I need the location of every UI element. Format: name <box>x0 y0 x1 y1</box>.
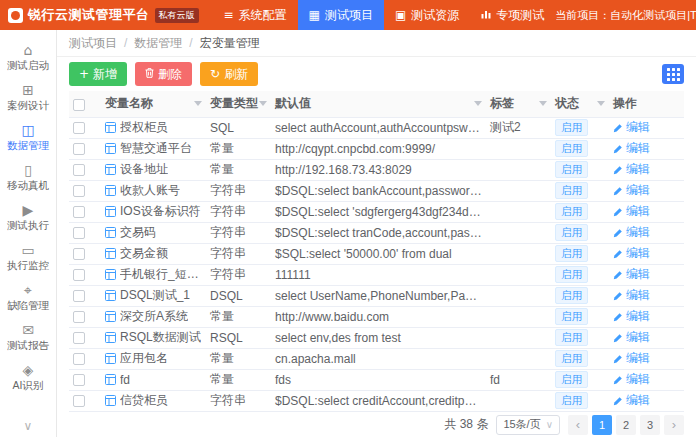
row-checkbox[interactable] <box>73 185 85 197</box>
sidebar-item-test-execution[interactable]: ▶ 测试执行 <box>0 198 56 238</box>
nav-item-test-resource[interactable]: ▣ 测试资源 <box>384 0 470 30</box>
edit-button[interactable]: 编辑 <box>613 371 650 388</box>
variable-type: 常量 <box>206 306 271 327</box>
status-badge[interactable]: 启用 <box>555 182 588 199</box>
column-header-action: 操作 <box>609 91 684 117</box>
app-title: 锐行云测试管理平台 <box>28 6 150 24</box>
table-row[interactable]: 智慧交通平台 常量 http://cqypt.cnpcbd.com:9999/ … <box>69 138 684 159</box>
default-value: http://192.168.73.43:8029 <box>271 159 486 180</box>
edit-button[interactable]: 编辑 <box>613 287 650 304</box>
page-button-1[interactable]: 1 <box>592 415 612 435</box>
edit-button[interactable]: 编辑 <box>613 245 650 262</box>
edit-button[interactable]: 编辑 <box>613 203 650 220</box>
filter-icon[interactable] <box>474 101 482 106</box>
sidebar-collapse-icon[interactable]: ∨ <box>24 419 33 433</box>
table-row[interactable]: 交易金额 字符串 $SQL:select '50000.00' from dua… <box>69 243 684 264</box>
table-row[interactable]: 手机银行_短信验证码 字符串 111111 启用 编辑 <box>69 264 684 285</box>
row-checkbox[interactable] <box>73 374 85 386</box>
table-row[interactable]: 设备地址 常量 http://192.168.73.43:8029 启用 编辑 <box>69 159 684 180</box>
edit-button[interactable]: 编辑 <box>613 119 650 136</box>
add-button[interactable]: + 新增 <box>69 62 127 86</box>
status-badge[interactable]: 启用 <box>555 161 588 178</box>
nav-item-system-config[interactable]: ≡ 系统配置 <box>213 0 298 30</box>
status-badge[interactable]: 启用 <box>555 287 588 304</box>
edit-button[interactable]: 编辑 <box>613 308 650 325</box>
row-checkbox[interactable] <box>73 227 85 239</box>
table-row[interactable]: 收款人账号 字符串 $DSQL:select bankAccount,passw… <box>69 180 684 201</box>
variable-name: 设备地址 <box>120 161 168 178</box>
sidebar-item-test-launch[interactable]: ⌂ 测试启动 <box>0 38 56 78</box>
table-row[interactable]: 交易码 字符串 $DSQL:select tranCode,account,pa… <box>69 222 684 243</box>
status-badge[interactable]: 启用 <box>555 245 588 262</box>
sidebar-item-defect-management[interactable]: ⌖ 缺陷管理 <box>0 278 56 318</box>
sidebar-item-test-report[interactable]: ✉ 测试报告 <box>0 318 56 358</box>
row-checkbox[interactable] <box>73 122 85 134</box>
next-page-button[interactable]: › <box>664 415 684 435</box>
table-row[interactable]: 应用包名 常量 cn.apacha.mall 启用 编辑 <box>69 348 684 369</box>
status-badge[interactable]: 启用 <box>555 224 588 241</box>
prev-page-button[interactable]: ‹ <box>568 415 588 435</box>
nav-item-test-project[interactable]: ▦ 测试项目 <box>298 0 384 30</box>
filter-icon[interactable] <box>194 101 202 106</box>
status-badge[interactable]: 启用 <box>555 266 588 283</box>
row-checkbox[interactable] <box>73 395 85 407</box>
status-badge[interactable]: 启用 <box>555 371 588 388</box>
select-all-checkbox[interactable] <box>73 99 85 111</box>
variable-name: 信贷柜员 <box>120 392 168 409</box>
status-badge[interactable]: 启用 <box>555 350 588 367</box>
default-value: $SQL:select '50000.00' from dual <box>271 243 486 264</box>
row-checkbox[interactable] <box>73 353 85 365</box>
sidebar-item-execution-monitor[interactable]: ▭ 执行监控 <box>0 238 56 278</box>
page-button-3[interactable]: 3 <box>640 415 660 435</box>
sidebar-item-case-design[interactable]: ⊞ 案例设计 <box>0 78 56 118</box>
status-badge[interactable]: 启用 <box>555 392 588 409</box>
status-badge[interactable]: 启用 <box>555 119 588 136</box>
filter-icon[interactable] <box>259 101 267 106</box>
column-settings-icon[interactable] <box>662 64 684 84</box>
table-row[interactable]: RSQL数据测试 RSQL select env,des from test 启… <box>69 327 684 348</box>
sidebar-item-data-management[interactable]: ◫ 数据管理 <box>0 118 56 158</box>
filter-icon[interactable] <box>539 101 547 106</box>
column-header-name: 变量名称 <box>101 91 206 117</box>
sidebar-item-mobile-device[interactable]: ▯ 移动真机 <box>0 158 56 198</box>
row-checkbox[interactable] <box>73 143 85 155</box>
edit-button[interactable]: 编辑 <box>613 161 650 178</box>
edit-button[interactable]: 编辑 <box>613 329 650 346</box>
row-checkbox[interactable] <box>73 332 85 344</box>
table-row[interactable]: 授权柜员 SQL select authAccount,authAccountp… <box>69 117 684 138</box>
row-checkbox[interactable] <box>73 290 85 302</box>
status-badge[interactable]: 启用 <box>555 308 588 325</box>
table-row[interactable]: 深交所A系统 常量 http://www.baidu.com 启用 编辑 <box>69 306 684 327</box>
edit-icon <box>613 186 623 196</box>
table-row[interactable]: IOS设备标识符 字符串 $DSQL:select 'sdgfergerg43d… <box>69 201 684 222</box>
refresh-button[interactable]: ↻ 刷新 <box>200 62 258 86</box>
row-checkbox[interactable] <box>73 311 85 323</box>
delete-button[interactable]: 删除 <box>135 62 192 86</box>
row-checkbox[interactable] <box>73 248 85 260</box>
row-checkbox[interactable] <box>73 206 85 218</box>
table-row[interactable]: fd 常量 fds fd 启用 编辑 <box>69 369 684 390</box>
breadcrumb-item[interactable]: 数据管理 <box>134 35 182 52</box>
row-checkbox[interactable] <box>73 269 85 281</box>
sidebar-item-ai-recognition[interactable]: ◈ AI识别 <box>0 358 56 398</box>
edit-button[interactable]: 编辑 <box>613 392 650 409</box>
status-badge[interactable]: 启用 <box>555 329 588 346</box>
page-size-select[interactable]: 15条/页 ∨ <box>496 415 560 435</box>
edit-button[interactable]: 编辑 <box>613 182 650 199</box>
status-badge[interactable]: 启用 <box>555 203 588 220</box>
page-button-2[interactable]: 2 <box>616 415 636 435</box>
row-checkbox[interactable] <box>73 164 85 176</box>
status-badge[interactable]: 启用 <box>555 140 588 157</box>
table-row[interactable]: DSQL测试_1 DSQL select UserName,PhoneNumbe… <box>69 285 684 306</box>
table-row[interactable]: 信贷柜员 字符串 $DSQL:select creditAccount,cred… <box>69 390 684 411</box>
variable-name: 智慧交通平台 <box>120 140 192 157</box>
play-icon: ▶ <box>23 203 34 217</box>
target-icon: ⌖ <box>24 283 32 297</box>
breadcrumb-item[interactable]: 测试项目 <box>69 35 117 52</box>
nav-item-special-test[interactable]: 专项测试 <box>470 0 555 30</box>
edit-button[interactable]: 编辑 <box>613 350 650 367</box>
filter-icon[interactable] <box>597 101 605 106</box>
edit-button[interactable]: 编辑 <box>613 266 650 283</box>
edit-button[interactable]: 编辑 <box>613 224 650 241</box>
edit-button[interactable]: 编辑 <box>613 140 650 157</box>
